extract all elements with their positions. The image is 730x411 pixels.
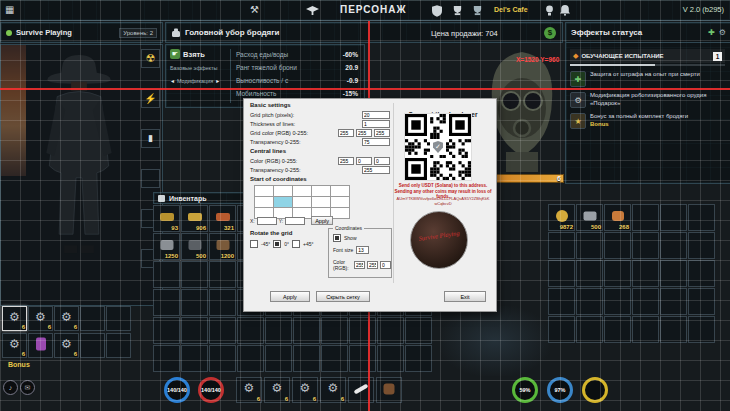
storage-slot[interactable] (632, 204, 659, 231)
quick-slot[interactable] (106, 333, 131, 358)
origin-cell[interactable] (255, 186, 274, 197)
armor-slot[interactable] (141, 169, 160, 188)
inventory-slot[interactable]: 500 (181, 233, 208, 260)
messages-icon[interactable]: ✉ (20, 380, 35, 395)
central-transparency-input[interactable] (362, 166, 390, 174)
coord-color-g-input[interactable] (367, 261, 378, 269)
quick-slot[interactable]: ⚙ 6 (2, 333, 27, 358)
storage-slot[interactable] (548, 232, 575, 259)
inventory-slot[interactable] (209, 261, 236, 288)
storage-slot[interactable] (576, 316, 603, 343)
quick-slot[interactable] (106, 306, 131, 331)
inventory-slot[interactable] (153, 261, 180, 288)
take-button[interactable]: ☛ Взять (170, 49, 228, 59)
storage-slot[interactable] (604, 288, 631, 315)
toolbelt-slot[interactable]: ⚙ 6 (236, 377, 262, 403)
origin-cell[interactable] (293, 186, 312, 197)
status-gear-icon[interactable]: ⚙ (719, 28, 726, 37)
storage-slot[interactable] (632, 260, 659, 287)
quick-slot[interactable]: ⚙ 6 (28, 306, 53, 331)
toolbelt-slot[interactable]: ⚙ 6 (320, 377, 346, 403)
origin-cell[interactable] (255, 197, 274, 208)
crafting-tab-hammer-icon[interactable]: ⚒ (250, 5, 259, 15)
show-coordinates-checkbox[interactable] (333, 234, 341, 242)
inventory-slot[interactable] (237, 317, 264, 344)
toolbelt-slot[interactable]: ⚙ 6 (264, 377, 290, 403)
storage-slot[interactable] (548, 288, 575, 315)
prev-mod-arrow-icon[interactable]: ◄ (170, 78, 175, 84)
inventory-slot[interactable] (153, 289, 180, 316)
origin-x-input[interactable] (257, 217, 277, 225)
rotate-0-checkbox[interactable] (273, 240, 281, 248)
inventory-slot[interactable] (349, 317, 376, 344)
trophy-icon[interactable] (452, 5, 463, 16)
grid-color-r-input[interactable] (338, 129, 354, 137)
shield-icon[interactable] (432, 5, 442, 17)
quick-slot[interactable]: ⚙ 6 (2, 306, 27, 331)
armor-slot[interactable]: ⚡ (141, 89, 160, 108)
bell-icon[interactable] (560, 5, 570, 16)
skills-tab-icon[interactable] (306, 6, 319, 16)
apply-origin-button[interactable]: Apply (311, 216, 333, 225)
central-color-r-input[interactable] (338, 157, 354, 165)
inventory-slot[interactable] (377, 317, 404, 344)
storage-slot[interactable] (548, 316, 575, 343)
toolbelt-slot[interactable]: ⚙ 6 (292, 377, 318, 403)
status-effect-row[interactable]: ✚ Защита от штрафа на опыт при смерти (570, 71, 727, 87)
inventory-slot[interactable] (405, 345, 432, 372)
storage-slot[interactable] (688, 204, 715, 231)
inventory-slot[interactable] (377, 345, 404, 372)
grid-color-b-input[interactable] (374, 129, 390, 137)
storage-slot[interactable]: 9872 (548, 204, 575, 231)
storage-slot[interactable] (548, 260, 575, 287)
toolbelt-slot[interactable] (348, 377, 374, 403)
inventory-slot[interactable] (209, 345, 236, 372)
font-size-input[interactable] (356, 246, 369, 254)
storage-slot[interactable] (604, 260, 631, 287)
origin-cell[interactable] (274, 186, 293, 197)
origin-cell[interactable] (312, 186, 331, 197)
rotate-minus45-checkbox[interactable] (250, 240, 258, 248)
inventory-slot[interactable] (181, 261, 208, 288)
inventory-slot[interactable] (153, 317, 180, 344)
storage-slot[interactable]: 268 (604, 204, 631, 231)
origin-cell[interactable] (293, 197, 312, 208)
storage-slot[interactable] (576, 232, 603, 259)
armor-slot[interactable]: ☢ (141, 49, 160, 68)
cup-icon[interactable] (472, 5, 483, 16)
central-color-g-input[interactable] (356, 157, 372, 165)
quick-slot[interactable] (80, 333, 105, 358)
inventory-slot[interactable]: 321 (209, 205, 236, 232)
storage-slot[interactable] (632, 288, 659, 315)
storage-slot[interactable] (688, 288, 715, 315)
inventory-slot[interactable] (209, 289, 236, 316)
inventory-slot[interactable] (265, 345, 292, 372)
quick-slot[interactable]: ⚙ 6 (54, 333, 79, 358)
origin-y-input[interactable] (285, 217, 305, 225)
storage-slot[interactable] (660, 204, 687, 231)
quick-slot[interactable] (28, 333, 53, 358)
storage-slot[interactable] (660, 260, 687, 287)
inventory-slot[interactable] (153, 345, 180, 372)
storage-slot[interactable] (632, 316, 659, 343)
storage-slot[interactable] (604, 232, 631, 259)
coord-color-b-input[interactable] (380, 261, 391, 269)
toolbelt-slot[interactable] (376, 377, 402, 403)
central-color-b-input[interactable] (374, 157, 390, 165)
status-effect-row[interactable]: ★ Бонус за полный комплект бродяги Bonus (570, 113, 727, 129)
exit-button[interactable]: Exit (444, 291, 486, 302)
wallet-address[interactable]: AUmYTKBWVuvfpx6wDnLLLPLAQvAS5Y2ZBhjKkKwC… (397, 196, 490, 206)
origin-cell[interactable] (331, 197, 350, 208)
inventory-slot[interactable] (237, 345, 264, 372)
inventory-slot[interactable]: 93 (153, 205, 180, 232)
inventory-slot[interactable] (209, 317, 236, 344)
origin-cell[interactable] (312, 197, 331, 208)
storage-slot[interactable] (632, 232, 659, 259)
status-effect-row[interactable]: ⚙ Модификация роботизированного орудия «… (570, 92, 727, 108)
inventory-slot[interactable]: 906 (181, 205, 208, 232)
inventory-slot[interactable]: 1250 (153, 233, 180, 260)
inventory-slot[interactable] (265, 317, 292, 344)
quick-slot[interactable] (80, 306, 105, 331)
coord-color-r-input[interactable] (354, 261, 365, 269)
storage-slot[interactable] (688, 260, 715, 287)
